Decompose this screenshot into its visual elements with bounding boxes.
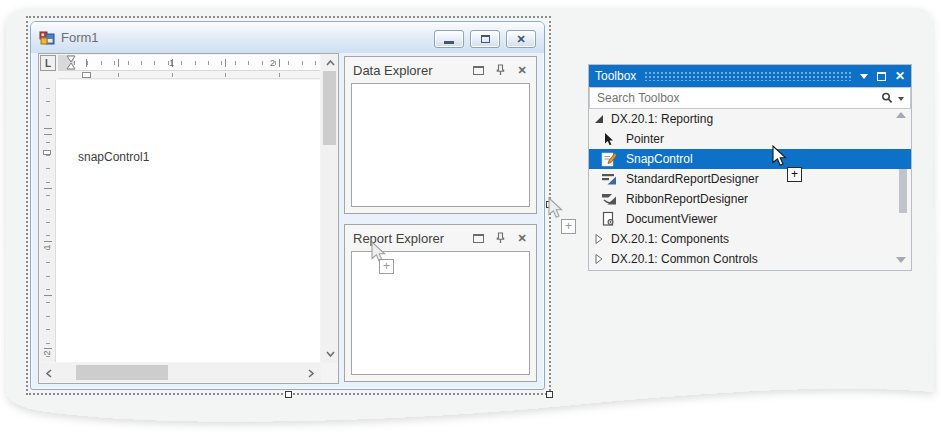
minimize-icon <box>444 41 454 44</box>
search-options-caret-icon[interactable] <box>898 97 904 101</box>
collapsed-icon <box>594 234 604 244</box>
hanging-indent-marker[interactable] <box>82 72 91 78</box>
maximize-button[interactable] <box>470 30 500 48</box>
form-title: Form1 <box>61 30 99 45</box>
vertical-scrollbar[interactable] <box>321 55 338 363</box>
group-label: DX.20.1: Components <box>611 232 729 246</box>
toolbox-titlebar[interactable]: Toolbox ✕ <box>589 65 911 87</box>
horizontal-scrollbar[interactable] <box>40 363 321 382</box>
v-ruler-number: 2 <box>42 350 52 355</box>
form-icon <box>39 30 55 46</box>
h-ruler-number: 1 <box>169 58 174 68</box>
horizontal-subruler <box>58 71 320 79</box>
maximize-icon[interactable] <box>473 234 484 243</box>
scroll-down-icon[interactable] <box>896 257 906 263</box>
toolbox-group-common-controls[interactable]: DX.20.1: Common Controls <box>589 249 911 269</box>
close-icon[interactable]: ✕ <box>895 70 905 82</box>
titlebar-grip-dots <box>644 71 852 81</box>
collapsed-icon <box>594 254 604 264</box>
scroll-right-icon[interactable] <box>308 369 314 378</box>
ribbon-report-designer-icon <box>601 191 617 207</box>
toolbox-item-documentviewer[interactable]: DocumentViewer <box>589 209 911 229</box>
item-label: DocumentViewer <box>626 212 717 226</box>
ghost-drag-copy-badge: + <box>561 219 576 234</box>
maximize-icon <box>481 35 490 43</box>
horizontal-scroll-thumb[interactable] <box>76 365 168 380</box>
group-label: DX.20.1: Reporting <box>611 112 713 126</box>
mouse-cursor <box>772 145 788 171</box>
scroll-up-icon[interactable] <box>896 112 906 118</box>
toolbox-list: DX.20.1: Reporting Pointer SnapCo <box>589 109 911 270</box>
data-explorer-header[interactable]: Data Explorer ✕ <box>345 57 536 83</box>
vertical-scroll-thumb[interactable] <box>323 71 336 145</box>
close-icon[interactable]: ✕ <box>516 64 528 76</box>
item-label: SnapControl <box>626 152 693 166</box>
maximize-icon[interactable] <box>473 66 484 75</box>
toolbox-window: Toolbox ✕ DX.20.1: Reporting <box>588 64 912 271</box>
standard-report-designer-icon <box>601 171 617 187</box>
snap-control-label: snapControl1 <box>78 150 149 164</box>
item-label: StandardReportDesigner <box>626 172 759 186</box>
pin-icon[interactable] <box>494 64 506 76</box>
close-button[interactable]: ✕ <box>506 30 536 48</box>
toolbox-title: Toolbox <box>595 69 636 83</box>
indent-marker[interactable] <box>66 55 76 70</box>
close-icon: ✕ <box>516 34 525 45</box>
close-icon[interactable]: ✕ <box>516 232 528 244</box>
panel-title: Data Explorer <box>353 63 472 78</box>
toolbox-item-pointer[interactable]: Pointer <box>589 129 911 149</box>
horizontal-ruler: 1 2 <box>58 55 320 71</box>
vertical-ruler: 1 2 <box>40 80 56 362</box>
scroll-left-icon[interactable] <box>46 369 52 378</box>
pointer-icon <box>601 131 617 147</box>
minimize-button[interactable] <box>434 30 464 48</box>
toolbox-group-reporting[interactable]: DX.20.1: Reporting <box>589 109 911 129</box>
snap-document-page[interactable] <box>56 80 320 362</box>
form-titlebar[interactable]: Form1 ✕ <box>31 22 544 53</box>
scroll-down-icon[interactable] <box>326 351 335 357</box>
h-ruler-number: 2 <box>270 58 275 68</box>
scroll-up-icon[interactable] <box>326 60 335 66</box>
window-position-icon[interactable] <box>860 74 868 79</box>
ghost-drag-copy-badge: + <box>379 259 394 274</box>
document-viewer-icon <box>601 211 617 227</box>
group-label: DX.20.1: Common Controls <box>611 252 758 266</box>
pin-icon[interactable] <box>494 232 506 244</box>
expanded-icon <box>594 114 604 124</box>
data-explorer-content[interactable] <box>351 83 530 207</box>
report-explorer-content[interactable] <box>351 251 530 375</box>
snap-control-icon <box>601 151 617 167</box>
toolbox-item-standardreportdesigner[interactable]: StandardReportDesigner <box>589 169 911 189</box>
toolbox-group-components[interactable]: DX.20.1: Components <box>589 229 911 249</box>
toolbox-item-ribbonreportdesigner[interactable]: RibbonReportDesigner <box>589 189 911 209</box>
screenshot-canvas: Form1 ✕ L 1 2 <box>0 0 941 438</box>
row-marker[interactable] <box>43 150 51 155</box>
search-icon[interactable] <box>881 92 893 104</box>
toolbox-item-snapcontrol[interactable]: SnapControl <box>589 149 911 169</box>
maximize-icon[interactable] <box>877 72 886 81</box>
tab-type-button[interactable]: L <box>40 55 56 71</box>
item-label: RibbonReportDesigner <box>626 192 748 206</box>
item-label: Pointer <box>626 132 664 146</box>
drag-copy-badge: + <box>787 167 802 182</box>
v-ruler-number: 1 <box>42 244 52 249</box>
toolbox-search <box>589 87 911 109</box>
search-input[interactable] <box>589 87 911 109</box>
toolbox-scroll-thumb[interactable] <box>899 169 907 213</box>
snap-control-designer[interactable]: L 1 2 1 2 snapControl1 <box>38 53 339 384</box>
data-explorer-panel: Data Explorer ✕ <box>344 56 537 214</box>
resize-handle-bottom[interactable] <box>285 391 292 398</box>
resize-handle-bottom-right[interactable] <box>546 391 553 398</box>
